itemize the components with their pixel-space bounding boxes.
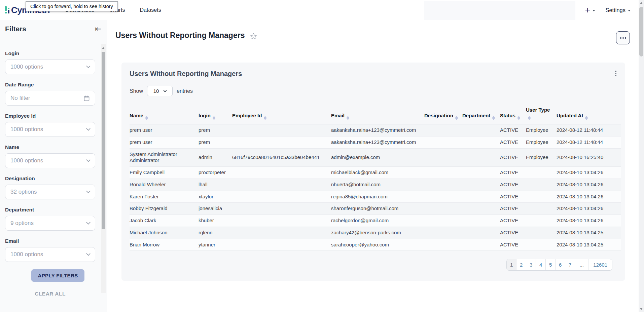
cell-updated-at: 2024-08-10 13:04:26 — [557, 179, 621, 191]
table-row: Brian Morrowytannersarahcooper@yahoo.com… — [130, 239, 621, 251]
cell-email: sharonferguson@hotmail.com — [331, 203, 424, 215]
nav-datasets[interactable]: Datasets — [140, 7, 161, 13]
cell-updated-at: 2024-08-10 16:25:40 — [557, 148, 621, 167]
sidebar-scroll-up-icon[interactable] — [102, 47, 105, 49]
card-menu-icon[interactable] — [615, 71, 617, 76]
scroll-up-icon[interactable] — [640, 2, 643, 4]
pagination-ellipsis[interactable]: ... — [575, 259, 588, 270]
date-range-input[interactable]: No filter — [5, 91, 95, 106]
page-scrollbar[interactable] — [639, 0, 644, 312]
sort-icon — [517, 116, 520, 120]
col-label: Name — [130, 113, 143, 118]
col-header-email[interactable]: Email — [331, 104, 424, 124]
cell-user-type — [526, 227, 557, 239]
cell-email: admin@example.com — [331, 148, 424, 167]
pagination-page-6[interactable]: 6 — [556, 259, 565, 270]
cell-designation — [424, 203, 462, 215]
placeholder-text: 9 options — [10, 220, 34, 227]
collapse-sidebar-icon[interactable]: ⇤ — [95, 25, 101, 33]
table-row: Jacob Clarkkhuberrachelgordon@gmail.comA… — [130, 215, 621, 227]
pagination-group: 1234567...12601 — [506, 259, 612, 271]
filter-label-name: Name — [5, 144, 95, 150]
col-header-status[interactable]: Status — [500, 104, 526, 124]
cell-department — [462, 148, 500, 167]
add-button[interactable]: + — [585, 6, 596, 15]
favorite-star-icon[interactable] — [250, 33, 257, 40]
scroll-down-icon[interactable] — [640, 308, 643, 310]
placeholder-text: 1000 options — [10, 126, 43, 133]
apply-filters-button[interactable]: APPLY FILTERS — [31, 269, 84, 282]
filter-select-designation[interactable]: 32 options — [5, 185, 95, 199]
pagination-page-4[interactable]: 4 — [536, 259, 546, 270]
cell-name: prem user — [130, 124, 199, 136]
col-header-user-type[interactable]: User Type — [526, 104, 557, 124]
col-header-employee-id[interactable]: Employee Id — [232, 104, 331, 124]
col-label: Department — [462, 113, 490, 118]
table-row: Michael Johnsonrglennzachary42@benson-pa… — [130, 227, 621, 239]
pagination-page-7[interactable]: 7 — [565, 259, 575, 270]
col-header-updated-at[interactable]: Updated At — [557, 104, 621, 124]
calendar-icon — [83, 95, 90, 102]
filter-group-login: Login1000 options — [5, 50, 95, 74]
table-body: prem userpremaakanksha.raina+123@cymmetr… — [130, 124, 621, 251]
pagination-page-12601[interactable]: 12601 — [588, 259, 612, 270]
settings-menu[interactable]: Settings — [605, 7, 631, 13]
cell-updated-at: 2024-08-10 13:04:26 — [557, 191, 621, 203]
cell-employee-id — [232, 215, 331, 227]
filter-select-name[interactable]: 1000 options — [5, 153, 95, 168]
filter-select-department[interactable]: 9 options — [5, 216, 95, 231]
cell-user-type — [526, 215, 557, 227]
page-size-select[interactable]: 10 — [147, 86, 173, 96]
cell-employee-id — [232, 124, 331, 136]
cell-name: Ronald Wheeler — [130, 179, 199, 191]
cell-department — [462, 203, 500, 215]
cell-login: lhall — [199, 179, 232, 191]
cell-designation — [424, 148, 462, 167]
cell-name: Emily Campbell — [130, 167, 199, 179]
cell-user-type — [526, 167, 557, 179]
browser-tooltip: Click to go forward, hold to see history — [26, 1, 118, 11]
page-scrollbar-thumb[interactable] — [639, 7, 643, 56]
cell-email: michaelblack@gmail.com — [331, 167, 424, 179]
cell-login: rglenn — [199, 227, 232, 239]
cell-email: sarahcooper@yahoo.com — [331, 239, 424, 251]
filter-group-date-range: Date RangeNo filter — [5, 82, 95, 106]
col-header-designation[interactable]: Designation — [424, 104, 462, 124]
sort-icon — [492, 116, 495, 120]
filter-select-email[interactable]: 1000 options — [5, 247, 95, 262]
pagination-page-3[interactable]: 3 — [526, 259, 536, 270]
filter-label-designation: Designation — [5, 176, 95, 182]
cell-user-type — [526, 179, 557, 191]
col-label: Status — [500, 113, 515, 118]
cell-department — [462, 227, 500, 239]
sidebar-scrollbar-thumb[interactable] — [102, 52, 105, 229]
clear-all-button[interactable]: CLEAR ALL — [5, 291, 95, 297]
pagination-page-1[interactable]: 1 — [507, 259, 516, 270]
cell-updated-at: 2024-08-12 11:48:44 — [557, 124, 621, 136]
pagination-page-5[interactable]: 5 — [546, 259, 556, 270]
cell-department — [462, 124, 500, 136]
cell-email: regina85@chapman.com — [331, 191, 424, 203]
cell-employee-id — [232, 136, 331, 148]
cell-status: ACTIVE — [500, 227, 526, 239]
filter-group-email: Email1000 options — [5, 238, 95, 262]
placeholder-text: 1000 options — [10, 251, 43, 258]
filter-label-email: Email — [5, 238, 95, 244]
filter-label-department: Department — [5, 207, 95, 213]
more-options-button[interactable] — [616, 31, 630, 44]
placeholder-text: No filter — [10, 95, 30, 102]
col-header-login[interactable]: login — [199, 104, 232, 124]
entries-label: entries — [177, 88, 193, 94]
cell-email: nhuerta@hotmail.com — [331, 179, 424, 191]
col-header-name[interactable]: Name — [130, 104, 199, 124]
cell-user-type — [526, 191, 557, 203]
filter-select-employee-id[interactable]: 1000 options — [5, 122, 95, 137]
pagination-page-2[interactable]: 2 — [516, 259, 526, 270]
col-header-department[interactable]: Department — [462, 104, 500, 124]
cell-user-type — [526, 203, 557, 215]
col-label: Updated At — [557, 113, 583, 118]
cell-name: System Administrator Administrator — [130, 148, 199, 167]
chevron-down-icon — [86, 251, 91, 256]
table-header-row: NameloginEmployee IdEmailDesignationDepa… — [130, 104, 621, 124]
filter-select-login[interactable]: 1000 options — [5, 60, 95, 74]
